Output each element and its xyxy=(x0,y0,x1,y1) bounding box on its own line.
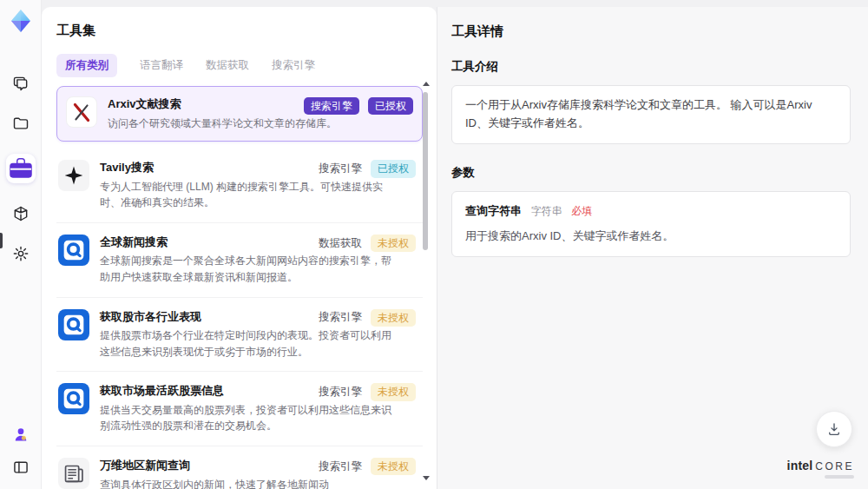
news-search-logo-icon xyxy=(58,235,89,266)
param-type: 字符串 xyxy=(531,205,562,217)
toolset-panel: 工具集 所有类别 语言翻译 数据获取 搜索引擎 Arxiv文献搜索 访问各个研究… xyxy=(42,7,437,489)
newspaper-logo-icon xyxy=(58,458,89,489)
auth-status-badge: 已授权 xyxy=(371,160,416,177)
category-label: 搜索引擎 xyxy=(319,385,362,400)
stock-search-logo-icon xyxy=(58,383,89,414)
tab-all-categories[interactable]: 所有类别 xyxy=(56,54,117,77)
tool-tags: 搜索引擎 已授权 xyxy=(304,97,413,115)
params-heading: 参数 xyxy=(451,165,851,181)
detail-title: 工具详情 xyxy=(451,23,851,40)
app-logo-gem-icon xyxy=(8,8,34,34)
download-icon xyxy=(826,421,842,437)
tab-data-acquisition[interactable]: 数据获取 xyxy=(206,54,249,77)
intel-core-badge: intel core xyxy=(787,459,854,479)
stock-search-logo-icon xyxy=(58,309,89,340)
tool-description: 访问各个研究领域大量科学论文和文章的存储库。 xyxy=(108,116,404,132)
intro-box: 一个用于从Arxiv存储库搜索科学论文和文章的工具。 输入可以是Arxiv ID… xyxy=(451,85,851,144)
intel-core-sub-mark xyxy=(825,475,854,479)
scroll-up-arrow-icon[interactable] xyxy=(423,82,430,86)
auth-status-badge: 未授权 xyxy=(371,458,416,475)
tool-card-sector-performance[interactable]: 获取股市各行业表现 提供股票市场各个行业在特定时间段内的表现。投资者可以利用这些… xyxy=(56,298,423,373)
tool-card-global-news[interactable]: 全球新闻搜索 全球新闻搜索是一个聚合全球各大新闻网站内容的搜索引擎，帮助用户快速… xyxy=(56,223,423,298)
tool-card-regional-news[interactable]: 万维地区新闻查询 查询具体行政区划内的新闻，快速了解各地新闻动 搜索引擎 未授权 xyxy=(56,446,423,489)
tool-description: 专为人工智能代理 (LLM) 构建的搜索引擎工具。可快速提供实时、准确和真实的结… xyxy=(100,179,397,211)
tab-search-engine[interactable]: 搜索引擎 xyxy=(272,54,315,77)
category-label: 搜索引擎 xyxy=(319,459,362,474)
param-description: 用于搜索的Arxiv ID、关键字或作者姓名。 xyxy=(465,228,837,246)
tool-list: Arxiv文献搜索 访问各个研究领域大量科学论文和文章的存储库。 搜索引擎 已授… xyxy=(56,86,423,489)
sidebar-item-files[interactable] xyxy=(11,114,30,133)
sidebar-nav xyxy=(6,74,36,263)
list-scrollbar[interactable] xyxy=(421,82,430,480)
download-button[interactable] xyxy=(816,411,852,447)
user-avatar[interactable] xyxy=(11,425,30,444)
user-icon xyxy=(12,426,30,443)
main-content: 工具集 所有类别 语言翻译 数据获取 搜索引擎 Arxiv文献搜索 访问各个研究… xyxy=(42,7,868,489)
category-label: 搜索引擎 xyxy=(319,162,362,176)
arxiv-logo-icon xyxy=(66,96,97,128)
auth-status-badge: 未授权 xyxy=(371,309,416,327)
tavily-logo-icon xyxy=(58,160,89,191)
panel-toggle-icon xyxy=(12,459,30,476)
scroll-down-arrow-icon[interactable] xyxy=(423,476,430,480)
gear-icon xyxy=(12,245,30,262)
tool-tags: 搜索引擎 未授权 xyxy=(319,383,416,400)
sidebar-item-models[interactable] xyxy=(11,204,30,223)
sidebar-item-chat[interactable] xyxy=(11,74,30,93)
tool-tags: 搜索引擎 未授权 xyxy=(319,458,416,475)
param-required-flag: 必填 xyxy=(571,205,592,217)
auth-status-badge: 未授权 xyxy=(371,235,416,252)
tool-description: 全球新闻搜索是一个聚合全球各大新闻网站内容的搜索引擎，帮助用户快速获取全球最新资… xyxy=(100,253,397,285)
collapse-panel-button[interactable] xyxy=(11,458,30,477)
param-box: 查询字符串 字符串 必填 用于搜索的Arxiv ID、关键字或作者姓名。 xyxy=(451,191,851,258)
category-tabs: 所有类别 语言翻译 数据获取 搜索引擎 xyxy=(56,54,423,77)
chat-icon xyxy=(12,75,30,92)
auth-status-badge: 未授权 xyxy=(371,383,416,400)
app-logo[interactable] xyxy=(8,8,34,34)
scrollbar-thumb[interactable] xyxy=(423,92,428,250)
sidebar-bottom xyxy=(11,425,30,477)
cube-icon xyxy=(12,205,30,222)
window-resize-handle[interactable] xyxy=(0,233,3,248)
category-label: 搜索引擎 xyxy=(319,310,362,325)
category-badge: 搜索引擎 xyxy=(304,97,359,115)
tool-description: 提供当天交易量最高的股票列表，投资者可以利用这些信息来识别流动性强的股票和潜在的… xyxy=(100,402,397,434)
tool-tags: 数据获取 未授权 xyxy=(319,235,416,252)
tool-card-arxiv[interactable]: Arxiv文献搜索 访问各个研究领域大量科学论文和文章的存储库。 搜索引擎 已授… xyxy=(56,86,423,142)
intel-logo-text: intel xyxy=(787,459,813,472)
param-header-row: 查询字符串 字符串 必填 xyxy=(465,202,837,221)
tool-card-active-stocks[interactable]: 获取市场最活跃股票信息 提供当天交易量最高的股票列表，投资者可以利用这些信息来识… xyxy=(56,372,423,446)
tool-card-tavily[interactable]: Tavily搜索 专为人工智能代理 (LLM) 构建的搜索引擎工具。可快速提供实… xyxy=(56,149,423,223)
tool-description: 查询具体行政区划内的新闻，快速了解各地新闻动 xyxy=(100,477,397,489)
folder-icon xyxy=(12,115,30,132)
briefcase-icon xyxy=(6,154,36,183)
sidebar-item-tools-active[interactable] xyxy=(6,154,36,183)
tool-detail-panel: 工具详情 工具介绍 一个用于从Arxiv存储库搜索科学论文和文章的工具。 输入可… xyxy=(437,7,868,489)
toolset-title: 工具集 xyxy=(56,23,423,39)
tool-tags: 搜索引擎 已授权 xyxy=(319,160,416,177)
tab-language-translation[interactable]: 语言翻译 xyxy=(140,54,183,77)
param-name: 查询字符串 xyxy=(465,204,522,217)
intro-heading: 工具介绍 xyxy=(451,59,851,75)
category-label: 数据获取 xyxy=(319,236,362,251)
core-logo-text: core xyxy=(815,461,854,472)
sidebar-rail xyxy=(0,0,42,489)
tool-tags: 搜索引擎 未授权 xyxy=(319,309,416,327)
auth-status-badge: 已授权 xyxy=(368,97,413,115)
tool-description: 提供股票市场各个行业在特定时间段内的表现。投资者可以利用这些信息来识别表现优于或… xyxy=(100,327,397,360)
sidebar-item-settings[interactable] xyxy=(11,244,30,263)
